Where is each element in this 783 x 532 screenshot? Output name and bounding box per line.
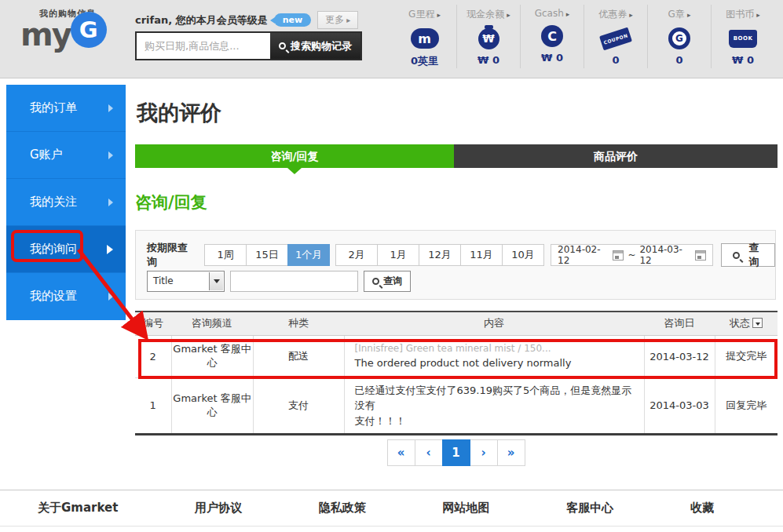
period-1month-button[interactable]: 1个月 (287, 244, 330, 266)
table-row[interactable]: 1 Gmarket 客服中心 支付 已经通过支付宝支付了639.19购买了5个商… (135, 377, 778, 435)
footer-link-service-center[interactable]: 客服中心 (566, 501, 613, 516)
column-header-no: 编号 (135, 312, 171, 335)
period-jan-button[interactable]: 1月 (377, 244, 419, 266)
column-header-channel: 咨询频道 (171, 312, 253, 335)
section-title: 咨询/回复 (135, 191, 207, 213)
header: 我的购物信息 my G crifan, 您的本月会员等级是 new 更多 搜索购… (0, 0, 783, 78)
wallet-coupon[interactable]: 优惠券 COUPON 0 (584, 5, 647, 68)
more-button[interactable]: 更多 (317, 11, 358, 29)
coupon-ticket-icon: COUPON (599, 27, 632, 50)
review-tabs: 咨询/回复 商品评价 (135, 144, 778, 168)
sidebar-item-my-follows[interactable]: 我的关注 (6, 179, 126, 226)
cell-content: 已经通过支付宝支付了639.19购买了5个商品，但是竟然显示没有 支付！！！ (344, 377, 644, 435)
greeting-text: 您的本月会员等级是 (176, 13, 268, 27)
footer-link-sitemap[interactable]: 网站地图 (443, 501, 490, 516)
period-15days-button[interactable]: 15日 (246, 244, 288, 266)
cell-channel: Gmarket 客服中心 (171, 377, 253, 435)
cell-date: 2014-03-03 (644, 377, 715, 435)
chevron-down-icon (209, 272, 223, 290)
keyword-input[interactable] (230, 271, 358, 292)
logo-g-icon: G (71, 12, 107, 48)
pagination-last-button[interactable]: » (497, 439, 525, 466)
gstamp-icon: G (668, 27, 690, 49)
footer-link-favorites[interactable]: 收藏 (690, 501, 714, 516)
page-title: 我的评价 (137, 99, 221, 127)
chevron-right-icon (108, 104, 113, 112)
pagination-page-1[interactable]: 1 (442, 439, 470, 466)
date-from-value: 2014-02-12 (558, 244, 609, 266)
page: 我的购物信息 my G crifan, 您的本月会员等级是 new 更多 搜索购… (0, 0, 783, 532)
search-icon (279, 42, 286, 49)
table-row[interactable]: 2 Gmarket 客服中心 配送 [Innisfree] Green tea … (135, 335, 778, 377)
calendar-icon[interactable] (613, 250, 624, 261)
period-group-short: 1周 15日 1个月 (205, 244, 330, 266)
gcash-coin-icon: C (541, 25, 563, 47)
footer-link-terms[interactable]: 用户协议 (195, 501, 242, 516)
status-filter-icon[interactable] (752, 318, 763, 328)
table-header-row: 编号 咨询频道 种类 内容 咨询日 状态 (135, 312, 778, 335)
chevron-right-icon (108, 199, 113, 206)
content-message-line: 支付！！！ (355, 414, 634, 429)
search-icon (733, 252, 740, 259)
money-bag-icon: ₩ (478, 28, 499, 49)
inquiry-table: 编号 咨询频道 种类 内容 咨询日 状态 2 Gmarket 客服中心 配送 [… (135, 311, 778, 435)
period-nov-button[interactable]: 11月 (460, 244, 503, 266)
pagination-first-button[interactable]: « (387, 439, 415, 466)
pagination: « ‹ 1 › » (135, 439, 778, 466)
column-header-status: 状态 (715, 312, 778, 335)
wallet-cash-balance[interactable]: 现金余额 ₩ ₩ 0 (456, 5, 520, 68)
greeting: crifan, 您的本月会员等级是 new 更多 (135, 11, 358, 29)
sidebar-item-g-account[interactable]: G账户 (6, 132, 126, 179)
book-icon: BOOK (729, 30, 757, 48)
cell-no: 2 (135, 335, 171, 377)
cell-no: 1 (135, 377, 171, 435)
search-input[interactable] (137, 33, 270, 59)
wallet-gstamp[interactable]: G章 G 0 (647, 5, 711, 68)
search-field-select[interactable]: Title (147, 271, 225, 292)
pagination-prev-button[interactable]: ‹ (415, 439, 443, 466)
keyword-search-button[interactable]: 查询 (364, 271, 411, 292)
sidebar: 我的订单 G账户 我的关注 我的询问 我的设置 (6, 85, 126, 320)
content-product-line: [Innisfree] Green tea mineral mist / 150… (355, 341, 634, 355)
date-to-value: 2014-03-12 (639, 244, 690, 266)
date-search-button[interactable]: 查询 (721, 243, 775, 267)
footer-link-about[interactable]: 关于Gmarket (38, 501, 118, 516)
cell-channel: Gmarket 客服中心 (171, 335, 253, 377)
calendar-icon[interactable] (695, 250, 706, 261)
wallet-gcash[interactable]: Gcash C ₩ 0 (520, 5, 584, 68)
period-filter-label: 按期限查询 (147, 241, 196, 269)
tab-product-review[interactable]: 商品评价 (454, 144, 778, 168)
period-feb-button[interactable]: 2月 (335, 244, 378, 266)
sidebar-item-my-inquiries[interactable]: 我的询问 (6, 226, 126, 273)
greeting-username: crifan, (135, 14, 172, 26)
footer: 关于Gmarket 用户协议 隐私政策 网站地图 客服中心 收藏 (0, 490, 783, 527)
wallet-book-coin[interactable]: 图书币 BOOK ₩ 0 (711, 5, 774, 68)
period-oct-button[interactable]: 10月 (502, 244, 544, 266)
logo-my-text: my (20, 20, 71, 49)
column-header-content: 内容 (344, 312, 644, 335)
purchase-search-box: 搜索购物记录 (135, 31, 362, 60)
search-button[interactable]: 搜索购物记录 (270, 33, 360, 59)
period-1week-button[interactable]: 1周 (204, 244, 247, 266)
period-group-months: 2月 1月 12月 11月 10月 (336, 244, 544, 266)
content-message-line: The ordered product not delivery normall… (355, 355, 634, 371)
chevron-right-icon (108, 293, 113, 301)
mileage-pig-icon: m (411, 28, 439, 49)
period-dec-button[interactable]: 12月 (419, 244, 461, 266)
tab-inquiry-reply[interactable]: 咨询/回复 (135, 144, 454, 168)
cell-date: 2014-03-12 (644, 335, 715, 377)
new-badge[interactable]: new (274, 13, 311, 27)
pagination-next-button[interactable]: › (470, 439, 498, 466)
date-range-picker[interactable]: 2014-02-12 ~ 2014-03-12 (551, 244, 713, 266)
myg-logo[interactable]: 我的购物信息 my G (20, 8, 107, 49)
column-header-date: 咨询日 (644, 312, 715, 335)
sidebar-item-my-orders[interactable]: 我的订单 (6, 85, 126, 132)
column-header-category: 种类 (253, 312, 344, 335)
cell-status: 提交完毕 (715, 335, 778, 377)
cell-category: 配送 (253, 335, 344, 377)
sidebar-item-my-settings[interactable]: 我的设置 (6, 273, 126, 320)
date-separator: ~ (627, 250, 635, 261)
footer-link-privacy[interactable]: 隐私政策 (319, 501, 366, 516)
wallet-gmileage[interactable]: G里程 m 0英里 (393, 5, 456, 68)
wallet-summary: G里程 m 0英里 现金余额 ₩ ₩ 0 Gcash C ₩ 0 优惠券 COU… (393, 5, 774, 68)
